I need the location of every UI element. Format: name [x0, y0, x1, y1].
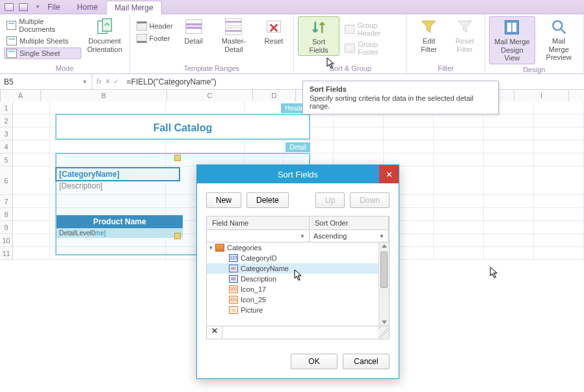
cell-H2[interactable]	[434, 114, 484, 127]
up-button[interactable]: Up	[315, 192, 345, 208]
cell-C4[interactable]	[166, 140, 245, 153]
cell-A2[interactable]	[13, 114, 50, 127]
cell-H7[interactable]	[434, 195, 484, 208]
row-header-3[interactable]: 3	[0, 127, 13, 140]
mode-single-sheet[interactable]: Single Sheet	[4, 47, 81, 59]
sort-grid-row[interactable]: ▼ Ascending▼	[206, 230, 390, 242]
col-field-name[interactable]: Field Name	[207, 216, 310, 229]
qa-item-1[interactable]	[3, 1, 16, 13]
cancel-edit-icon[interactable]: ✕	[105, 77, 111, 86]
cell-J11[interactable]	[534, 247, 584, 260]
cell-I8[interactable]	[484, 208, 534, 221]
row-header-7[interactable]: 7	[0, 195, 13, 208]
row-header-5[interactable]: 5	[0, 153, 13, 166]
collapse-icon[interactable]: ▾	[209, 244, 213, 251]
cell-H8[interactable]	[434, 208, 484, 221]
cell-H3[interactable]	[434, 127, 484, 140]
col-header-B[interactable]: B	[41, 90, 167, 101]
col-header-I[interactable]: I	[514, 90, 569, 101]
smart-tag-2[interactable]	[174, 233, 181, 239]
cancel-button[interactable]: Cancel	[343, 354, 390, 369]
menu-mailmerge[interactable]: Mail Merge	[106, 1, 161, 15]
scrollbar-thumb[interactable]	[380, 252, 388, 288]
tree-item-icon_25[interactable]: 101Icon_25	[207, 294, 389, 305]
delete-button[interactable]: Delete	[246, 192, 289, 208]
template-header-region[interactable]: Header Fall Catalog	[55, 114, 310, 140]
cell-I2[interactable]	[484, 114, 534, 127]
menu-home[interactable]: Home	[68, 0, 106, 14]
cell-A9[interactable]	[13, 221, 50, 234]
dialog-close-button[interactable]: ✕	[379, 165, 399, 183]
cell-ref-dropdown-icon[interactable]: ▼	[82, 79, 88, 85]
row-header-11[interactable]: 11	[0, 247, 13, 260]
cell-A1[interactable]	[13, 101, 50, 114]
fx-icon[interactable]: fx	[96, 77, 102, 86]
cell-G4[interactable]	[384, 140, 434, 153]
mode-multiple-documents[interactable]: Multiple Documents	[4, 16, 81, 34]
cell-A3[interactable]	[13, 127, 50, 140]
row-header-9[interactable]: 9	[0, 221, 13, 234]
cell-H10[interactable]	[434, 234, 484, 247]
col-header-J[interactable]: J	[569, 90, 584, 101]
cell-A5[interactable]	[13, 153, 50, 166]
new-button[interactable]: New	[206, 192, 241, 208]
cell-A4[interactable]	[13, 140, 50, 153]
col-header-C[interactable]: C	[167, 90, 253, 101]
row-header-6[interactable]: 6	[0, 166, 13, 195]
cell-H4[interactable]	[434, 140, 484, 153]
sort-fields-button[interactable]: Sort Fields	[298, 16, 339, 56]
col-header-D[interactable]: D	[253, 90, 296, 101]
cell-I10[interactable]	[484, 234, 534, 247]
cell-H6[interactable]	[434, 166, 484, 195]
cell-A8[interactable]	[13, 208, 50, 221]
cell-D4[interactable]	[245, 140, 284, 153]
cell-H11[interactable]	[434, 247, 484, 260]
cell-H9[interactable]	[434, 221, 484, 234]
tree-scrollbar[interactable]	[378, 242, 389, 326]
cell-F2[interactable]	[334, 114, 384, 127]
cell-J9[interactable]	[534, 221, 584, 234]
qa-item-2[interactable]	[17, 1, 30, 13]
template-master-detail-button[interactable]: Master-Detail	[212, 16, 256, 55]
cell-I5[interactable]	[484, 153, 534, 166]
tree-item-icon_17[interactable]: 101Icon_17	[207, 284, 389, 294]
cell-J5[interactable]	[534, 153, 584, 166]
cell-B1[interactable]	[50, 101, 166, 114]
dialog-titlebar[interactable]: Sort Fields ✕	[197, 165, 399, 183]
cell-I7[interactable]	[484, 195, 534, 208]
cell-J7[interactable]	[534, 195, 584, 208]
chevron-down-icon[interactable]: ▼	[300, 233, 305, 239]
template-reset-button[interactable]: Reset	[258, 16, 289, 47]
field-name-cell[interactable]: ▼	[207, 230, 310, 242]
row-header-8[interactable]: 8	[0, 208, 13, 221]
tree-root[interactable]: ▾ Categories	[207, 242, 389, 253]
cell-J6[interactable]	[534, 166, 584, 195]
chevron-down-icon-2[interactable]: ▼	[379, 233, 384, 239]
clear-button[interactable]: ✕	[207, 326, 222, 339]
cell-J4[interactable]	[534, 140, 584, 153]
cell-A11[interactable]	[13, 247, 50, 260]
col-header-A[interactable]: A	[1, 90, 41, 101]
down-button[interactable]: Down	[350, 192, 390, 208]
row-header-1[interactable]: 1	[0, 101, 13, 114]
cell-A7[interactable]	[13, 195, 50, 208]
cell-A6[interactable]	[13, 166, 50, 195]
design-view-button[interactable]: Mail Merge Design View	[489, 16, 536, 64]
template-detail-button[interactable]: Detail	[178, 16, 209, 47]
cell-F3[interactable]	[334, 127, 384, 140]
cell-H5[interactable]	[434, 153, 484, 166]
row-header-10[interactable]: 10	[0, 234, 13, 247]
tree-item-picture[interactable]: ▭Picture	[207, 305, 389, 315]
tree-item-categoryname[interactable]: abCategoryName	[207, 263, 389, 274]
cell-G2[interactable]	[384, 114, 434, 127]
tree-item-categoryid[interactable]: 123CategoryID	[207, 253, 389, 263]
cell-I4[interactable]	[484, 140, 534, 153]
cell-F4[interactable]	[334, 140, 384, 153]
detail-level-region[interactable]: DetailLevel0me]	[57, 228, 183, 238]
cell-I6[interactable]	[484, 166, 534, 195]
template-footer-button[interactable]: Footer	[134, 33, 176, 44]
row-header-4[interactable]: 4	[0, 140, 13, 153]
cell-J10[interactable]	[534, 234, 584, 247]
tree-item-description[interactable]: abDescription	[207, 274, 389, 284]
cell-A10[interactable]	[13, 234, 50, 247]
